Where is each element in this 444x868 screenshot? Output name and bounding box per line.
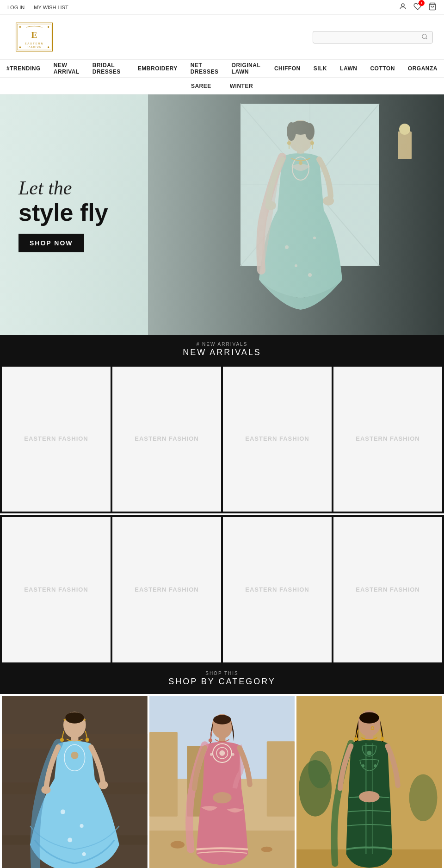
product-placeholder-8: EASTERN FASHION: [356, 586, 420, 594]
svg-point-79: [213, 792, 232, 803]
svg-point-62: [86, 738, 89, 742]
product-placeholder-7: EASTERN FASHION: [245, 586, 309, 594]
svg-rect-66: [266, 741, 295, 816]
svg-text:E: E: [31, 30, 37, 40]
search-bar[interactable]: [313, 31, 433, 44]
nav-bridal-dresses[interactable]: BRIDAL DRESSES: [86, 60, 131, 77]
svg-point-77: [210, 753, 213, 756]
category-bridal[interactable]: [2, 696, 148, 868]
embroidery-image: [296, 696, 442, 868]
svg-point-53: [61, 809, 65, 814]
svg-text:FASHION: FASHION: [27, 45, 42, 48]
product-grid-row1: EASTERN FASHION EASTERN FASHION EASTERN …: [0, 365, 444, 513]
product-card-7[interactable]: EASTERN FASHION: [223, 517, 332, 662]
svg-point-48: [65, 712, 84, 723]
svg-point-8: [48, 26, 49, 28]
svg-point-56: [82, 852, 86, 856]
svg-point-85: [308, 750, 332, 788]
svg-point-78: [231, 753, 234, 756]
nav-embroidery[interactable]: EMBROIDERY: [131, 60, 184, 77]
search-input[interactable]: [318, 34, 421, 41]
nav-saree[interactable]: SAREE: [182, 83, 221, 89]
svg-line-12: [426, 37, 427, 39]
category-embroidery[interactable]: [296, 696, 442, 868]
nav-silk[interactable]: SILK: [307, 60, 333, 77]
top-bar-left: LOG IN MY WISH LIST: [7, 5, 68, 10]
product-card-3[interactable]: EASTERN FASHION: [223, 367, 332, 512]
svg-point-69: [170, 841, 184, 848]
nav-net-dresses[interactable]: NET DRESSES: [184, 60, 225, 77]
wishlist-link[interactable]: MY WISH LIST: [34, 5, 68, 10]
logo[interactable]: E EASTERN FASHION: [11, 19, 57, 56]
product-placeholder-2: EASTERN FASHION: [135, 435, 199, 443]
shop-now-button[interactable]: SHOP NOW: [18, 234, 84, 252]
svg-point-81: [209, 738, 212, 742]
svg-rect-65: [149, 732, 178, 817]
category-grid: [0, 694, 444, 868]
product-card-8[interactable]: EASTERN FASHION: [333, 517, 442, 662]
nav-organza[interactable]: ORGANZA: [401, 60, 444, 77]
hero-banner: Let the style fly SHOP NOW: [0, 94, 444, 335]
nav-new-arrival[interactable]: NEW ARRIVAL: [47, 60, 86, 77]
category-net[interactable]: [149, 696, 295, 868]
svg-point-60: [60, 738, 64, 742]
net-image: [149, 696, 295, 868]
nav-chiffon[interactable]: CHIFFON: [268, 60, 307, 77]
new-arrivals-small-label: # NEW ARRIVALS: [0, 342, 444, 347]
product-card-6[interactable]: EASTERN FASHION: [112, 517, 221, 662]
bridal-image: [2, 696, 148, 868]
svg-text:EASTERN: EASTERN: [25, 42, 43, 45]
category-small-label: SHOP THIS: [0, 671, 444, 676]
product-card-2[interactable]: EASTERN FASHION: [112, 367, 221, 512]
new-arrivals-section-header: # NEW ARRIVALS NEW ARRIVALS: [0, 335, 444, 365]
cart-icon[interactable]: [428, 2, 437, 12]
svg-point-11: [422, 34, 426, 38]
login-link[interactable]: LOG IN: [7, 5, 25, 10]
svg-point-0: [401, 4, 404, 6]
category-main-label: Shop by Category: [0, 677, 444, 687]
svg-point-72: [213, 715, 231, 724]
hero-content: Let the style fly SHOP NOW: [18, 177, 108, 252]
svg-point-9: [19, 46, 21, 48]
wishlist-icon[interactable]: 1: [413, 2, 422, 12]
header: E EASTERN FASHION: [0, 15, 444, 59]
nav-trending[interactable]: #TRENDING: [0, 60, 47, 77]
product-card-4[interactable]: EASTERN FASHION: [333, 367, 442, 512]
svg-point-57: [41, 785, 50, 793]
product-card-5[interactable]: EASTERN FASHION: [2, 517, 111, 662]
top-bar-right: 1: [399, 2, 437, 12]
svg-point-70: [261, 846, 272, 852]
svg-point-94: [359, 791, 380, 802]
svg-point-55: [68, 837, 72, 842]
product-placeholder-3: EASTERN FASHION: [245, 435, 309, 443]
product-card-1[interactable]: EASTERN FASHION: [2, 367, 111, 512]
product-grid-row2: EASTERN FASHION EASTERN FASHION EASTERN …: [0, 515, 444, 664]
svg-point-98: [381, 737, 384, 741]
account-icon[interactable]: [399, 2, 407, 12]
svg-point-86: [409, 774, 438, 821]
svg-point-93: [374, 764, 377, 767]
nav-cotton[interactable]: COTTON: [364, 60, 401, 77]
hero-bold-text: style fly: [18, 200, 108, 225]
hero-script-text: Let the: [18, 177, 108, 199]
product-placeholder-4: EASTERN FASHION: [356, 435, 420, 443]
svg-point-7: [19, 26, 21, 28]
nav-original-lawn[interactable]: ORIGINAL LAWN: [225, 60, 268, 77]
svg-point-54: [80, 824, 83, 828]
svg-point-58: [99, 781, 108, 789]
shop-by-category-header: SHOP THIS Shop by Category: [0, 664, 444, 694]
nav-lawn[interactable]: LAWN: [333, 60, 364, 77]
svg-point-10: [48, 46, 49, 48]
svg-point-92: [362, 764, 364, 767]
svg-point-91: [367, 750, 372, 755]
nav-winter[interactable]: WINTER: [221, 83, 262, 89]
primary-nav: #TRENDING NEW ARRIVAL BRIDAL DRESSES EMB…: [0, 59, 444, 78]
product-placeholder-6: EASTERN FASHION: [135, 586, 199, 594]
product-placeholder-5: EASTERN FASHION: [24, 586, 88, 594]
svg-point-52: [71, 751, 78, 759]
top-bar: LOG IN MY WISH LIST 1: [0, 0, 444, 15]
wishlist-badge: 1: [419, 0, 425, 6]
secondary-nav: SAREE WINTER: [0, 78, 444, 94]
search-icon[interactable]: [421, 33, 428, 41]
product-placeholder-1: EASTERN FASHION: [24, 435, 88, 443]
